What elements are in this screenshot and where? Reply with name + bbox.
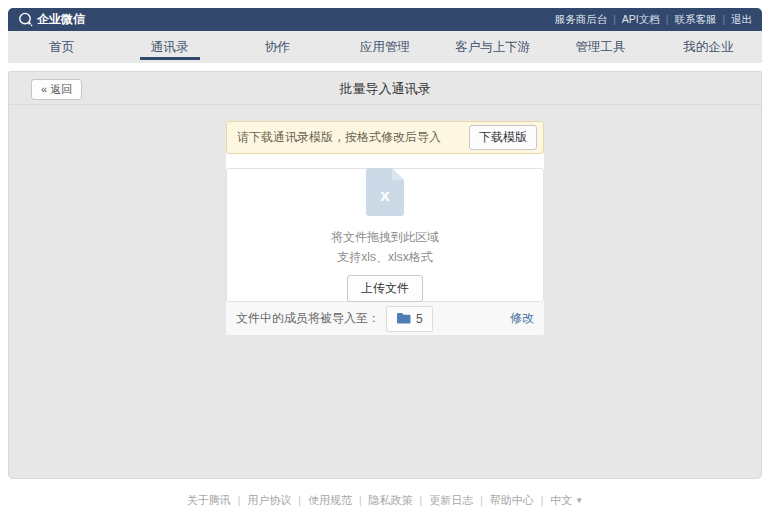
topbar-links: 服务商后台 | API文档 | 联系客服 | 退出 bbox=[555, 13, 752, 27]
divider: | bbox=[541, 495, 544, 506]
wechat-work-logo-icon bbox=[18, 12, 33, 27]
tab-home[interactable]: 首页 bbox=[8, 31, 116, 63]
footer-link-usage-rules[interactable]: 使用规范 bbox=[308, 493, 352, 508]
divider: | bbox=[420, 495, 423, 506]
download-template-button[interactable]: 下载模版 bbox=[469, 125, 537, 150]
brand: 企业微信 bbox=[18, 11, 85, 28]
notice-text: 请下载通讯录模版，按格式修改后导入 bbox=[237, 129, 441, 146]
divider: | bbox=[666, 14, 669, 25]
destination-label: 文件中的成员将被导入至： bbox=[236, 310, 380, 327]
modify-destination-link[interactable]: 修改 bbox=[510, 310, 534, 327]
titlebar: « 返回 批量导入通讯录 bbox=[9, 72, 761, 105]
topbar-link-logout[interactable]: 退出 bbox=[731, 13, 752, 27]
brand-name: 企业微信 bbox=[37, 11, 85, 28]
tab-contacts[interactable]: 通讯录 bbox=[116, 31, 224, 63]
language-selector[interactable]: 中文 ▼ bbox=[550, 493, 583, 508]
divider: | bbox=[480, 495, 483, 506]
tab-app-management[interactable]: 应用管理 bbox=[331, 31, 439, 63]
template-notice: 请下载通讯录模版，按格式修改后导入 下载模版 bbox=[226, 121, 544, 154]
upload-file-button[interactable]: 上传文件 bbox=[347, 275, 423, 302]
destination-department-box: 5 bbox=[386, 306, 433, 332]
footer-link-help-center[interactable]: 帮助中心 bbox=[490, 493, 534, 508]
topbar-link-provider-console[interactable]: 服务商后台 bbox=[555, 13, 608, 27]
divider: | bbox=[238, 495, 241, 506]
footer: 关于腾讯 | 用户协议 | 使用规范 | 隐私政策 | 更新日志 | 帮助中心 … bbox=[8, 493, 762, 508]
tab-my-enterprise[interactable]: 我的企业 bbox=[654, 31, 762, 63]
content-area: « 返回 批量导入通讯录 请下载通讯录模版，按格式修改后导入 下载模版 x 将文… bbox=[8, 71, 762, 479]
divider: | bbox=[722, 14, 725, 25]
language-label: 中文 bbox=[550, 493, 572, 508]
footer-link-changelog[interactable]: 更新日志 bbox=[429, 493, 473, 508]
folder-icon bbox=[396, 310, 411, 328]
divider: | bbox=[298, 495, 301, 506]
footer-link-privacy-policy[interactable]: 隐私政策 bbox=[369, 493, 413, 508]
footer-link-about-tencent[interactable]: 关于腾讯 bbox=[187, 493, 231, 508]
import-panel: 请下载通讯录模版，按格式修改后导入 下载模版 x 将文件拖拽到此区域 支持xls… bbox=[226, 121, 544, 335]
chevron-down-icon: ▼ bbox=[575, 496, 583, 505]
tab-collaboration[interactable]: 协作 bbox=[223, 31, 331, 63]
tab-admin-tools[interactable]: 管理工具 bbox=[547, 31, 655, 63]
tab-customers[interactable]: 客户与上下游 bbox=[439, 31, 547, 63]
footer-link-user-agreement[interactable]: 用户协议 bbox=[247, 493, 291, 508]
topbar-link-contact-support[interactable]: 联系客服 bbox=[674, 13, 716, 27]
app-frame: 企业微信 服务商后台 | API文档 | 联系客服 | 退出 首页 通讯录 协作… bbox=[8, 8, 762, 508]
divider: | bbox=[359, 495, 362, 506]
spacer bbox=[8, 63, 762, 71]
import-destination-row: 文件中的成员将被导入至： 5 修改 bbox=[226, 302, 544, 335]
topbar-link-api-docs[interactable]: API文档 bbox=[622, 13, 660, 27]
back-button[interactable]: « 返回 bbox=[31, 79, 82, 100]
page-title: 批量导入通讯录 bbox=[9, 72, 761, 105]
svg-text:x: x bbox=[380, 186, 390, 205]
format-hint-text: 支持xls、xlsx格式 bbox=[337, 249, 432, 266]
topbar: 企业微信 服务商后台 | API文档 | 联系客服 | 退出 bbox=[8, 8, 762, 31]
file-drop-zone[interactable]: x 将文件拖拽到此区域 支持xls、xlsx格式 上传文件 bbox=[226, 168, 544, 302]
divider: | bbox=[613, 14, 616, 25]
department-count: 5 bbox=[416, 312, 423, 326]
excel-file-icon: x bbox=[366, 168, 404, 220]
drag-hint-text: 将文件拖拽到此区域 bbox=[331, 229, 439, 246]
main-nav: 首页 通讯录 协作 应用管理 客户与上下游 管理工具 我的企业 bbox=[8, 31, 762, 63]
